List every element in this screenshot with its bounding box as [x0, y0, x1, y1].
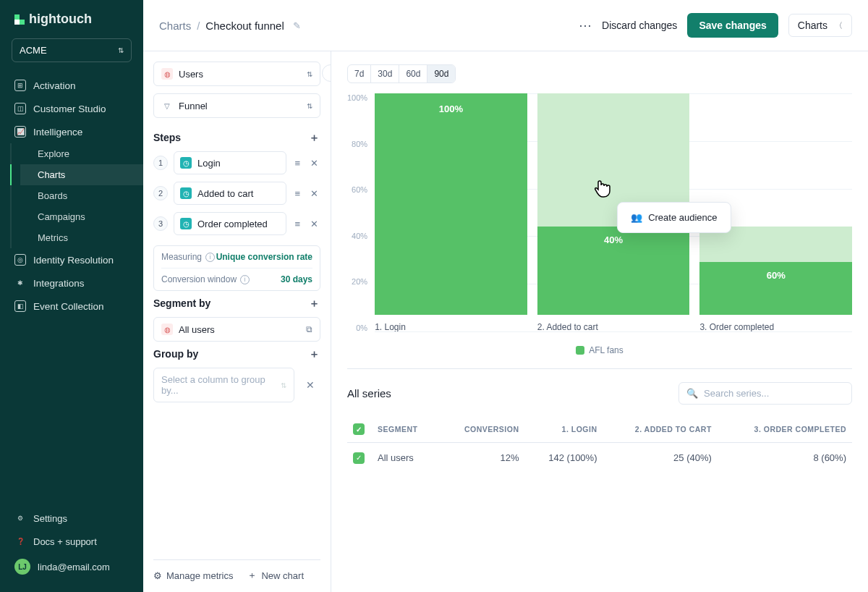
time-range-30d[interactable]: 30d	[370, 65, 399, 83]
sidebar-item-intelligence[interactable]: 📈 Intelligence	[0, 120, 143, 143]
time-range-90d[interactable]: 90d	[427, 65, 455, 83]
search-series-input[interactable]: 🔍 Search series...	[678, 382, 852, 405]
group-by-select[interactable]: Select a column to group by... ⇅	[153, 368, 294, 402]
sidebar-sub-explore[interactable]: Explore	[20, 143, 143, 164]
more-menu-icon[interactable]: ⋯	[579, 17, 592, 33]
chevrons-icon: ⇅	[307, 70, 312, 78]
window-value[interactable]: 30 days	[281, 274, 312, 284]
gear-icon: ⚙	[153, 570, 162, 581]
segment-select[interactable]: ◍ All users ⧉	[153, 317, 320, 342]
col-segment[interactable]: SEGMENT	[372, 416, 439, 443]
source-select[interactable]: ◍ Users ⇅	[153, 62, 320, 86]
sidebar-item-label: Identity Resolution	[33, 255, 114, 266]
step-select-1[interactable]: ◷ Login	[174, 151, 286, 174]
create-audience-item[interactable]: 👥 Create audience	[621, 206, 727, 229]
new-chart-button[interactable]: ＋ New chart	[247, 569, 304, 582]
sidebar-sub-charts[interactable]: Charts	[20, 164, 143, 185]
org-switcher[interactable]: ACME ⇅	[12, 38, 132, 62]
search-icon: 🔍	[686, 388, 698, 399]
y-tick: 40%	[352, 232, 367, 240]
add-step-button[interactable]: ＋	[307, 131, 320, 144]
sidebar-item-label: Docs + support	[33, 536, 97, 547]
step-row-1: 1 ◷ Login ≡ ✕	[153, 151, 320, 174]
sidebar-item-event-collection[interactable]: ◧ Event Collection	[0, 295, 143, 318]
integrations-icon: ✱	[14, 277, 26, 289]
table-row[interactable]: ✓ All users 12% 142 (100%) 25 (40%) 8 (6…	[347, 443, 852, 473]
remove-group-icon[interactable]: ✕	[300, 375, 320, 395]
col-login[interactable]: 1. LOGIN	[525, 416, 603, 443]
identity-icon: ◎	[14, 254, 26, 266]
add-group-button[interactable]: ＋	[307, 347, 320, 360]
sidebar-sub-metrics[interactable]: Metrics	[20, 227, 143, 248]
series-table-section: All series 🔍 Search series... ✓ SEGMENT …	[347, 368, 852, 473]
collapse-panel-button[interactable]: 〈	[322, 64, 331, 82]
time-range-7d[interactable]: 7d	[348, 65, 370, 83]
info-icon[interactable]: i	[205, 253, 215, 262]
y-axis: 100% 80% 60% 40% 20% 0%	[347, 93, 367, 332]
clock-icon: ◷	[180, 218, 192, 229]
group-title: Group by	[153, 348, 198, 360]
remove-step-icon[interactable]: ✕	[308, 217, 320, 231]
remove-step-icon[interactable]: ✕	[308, 156, 320, 170]
sidebar-item-label: Activation	[33, 80, 76, 91]
activation-icon: ⊞	[14, 80, 26, 91]
measuring-value[interactable]: Unique conversion rate	[216, 252, 312, 262]
segment-title: Segment by	[153, 297, 210, 309]
crumb-root[interactable]: Charts	[159, 20, 191, 32]
series-table: ✓ SEGMENT CONVERSION 1. LOGIN 2. ADDED T…	[347, 416, 852, 473]
sidebar-item-customer-studio[interactable]: ◫ Customer Studio	[0, 97, 143, 120]
chart-legend: AFL fans	[347, 345, 852, 355]
manage-metrics-button[interactable]: ⚙ Manage metrics	[153, 569, 233, 582]
external-link-icon[interactable]: ⧉	[306, 324, 312, 334]
time-range-60d[interactable]: 60d	[399, 65, 427, 83]
add-segment-button[interactable]: ＋	[307, 297, 320, 310]
legend-label: AFL fans	[589, 345, 624, 355]
sidebar-item-identity-resolution[interactable]: ◎ Identity Resolution	[0, 248, 143, 271]
remove-step-icon[interactable]: ✕	[308, 187, 320, 200]
step-number: 1	[153, 156, 168, 170]
sidebar-item-activation[interactable]: ⊞ Activation	[0, 74, 143, 97]
chart-pane: 7d 30d 60d 90d 100% 80% 60% 40% 20% 0%	[331, 51, 868, 592]
bar-label: 40%	[537, 234, 690, 245]
sidebar-item-label: Integrations	[33, 278, 85, 289]
sidebar-item-docs[interactable]: ❓ Docs + support	[0, 530, 143, 553]
gear-icon: ⚙	[14, 512, 26, 524]
step-select-3[interactable]: ◷ Order completed	[174, 212, 286, 235]
filter-icon[interactable]: ≡	[292, 187, 302, 200]
filter-icon[interactable]: ≡	[292, 217, 302, 231]
new-chart-label: New chart	[261, 570, 304, 581]
table-title: All series	[347, 387, 391, 399]
discard-changes-link[interactable]: Discard changes	[602, 20, 677, 31]
charts-nav-button[interactable]: Charts 〈	[788, 14, 852, 37]
sidebar-item-integrations[interactable]: ✱ Integrations	[0, 271, 143, 295]
select-all-checkbox[interactable]: ✓	[353, 423, 365, 435]
col-completed[interactable]: 3. ORDER COMPLETED	[718, 416, 852, 443]
y-tick: 80%	[352, 140, 367, 148]
users-icon: ◍	[161, 324, 173, 335]
chart-type-select[interactable]: ▽ Funnel ⇅	[153, 93, 320, 118]
cell-login: 142 (100%)	[525, 443, 603, 473]
cell-segment: All users	[372, 443, 439, 473]
window-label: Conversion window	[161, 274, 237, 284]
info-icon[interactable]: i	[240, 275, 250, 284]
edit-title-icon[interactable]: ✎	[293, 20, 301, 31]
time-range-group: 7d 30d 60d 90d	[347, 64, 456, 83]
steps-header: Steps ＋	[153, 131, 320, 144]
col-conversion[interactable]: CONVERSION	[439, 416, 525, 443]
sidebar-item-settings[interactable]: ⚙ Settings	[0, 507, 143, 530]
step-label: Added to cart	[197, 188, 253, 199]
save-changes-button[interactable]: Save changes	[687, 13, 778, 38]
sidebar-sub-campaigns[interactable]: Campaigns	[20, 206, 143, 227]
row-checkbox[interactable]: ✓	[353, 452, 365, 464]
sidebar-item-user[interactable]: LJ linda@email.com	[0, 553, 143, 580]
sidebar-sub-boards[interactable]: Boards	[20, 185, 143, 206]
user-email: linda@email.com	[38, 562, 110, 572]
org-name: ACME	[20, 45, 47, 56]
filter-icon[interactable]: ≡	[292, 156, 302, 170]
col-added[interactable]: 2. ADDED TO CART	[603, 416, 718, 443]
step-select-2[interactable]: ◷ Added to cart	[174, 182, 286, 205]
funnel-bar-1[interactable]: 100%	[375, 93, 527, 315]
search-placeholder: Search series...	[704, 388, 769, 399]
step-row-3: 3 ◷ Order completed ≡ ✕	[153, 212, 320, 235]
group-placeholder: Select a column to group by...	[161, 374, 281, 396]
